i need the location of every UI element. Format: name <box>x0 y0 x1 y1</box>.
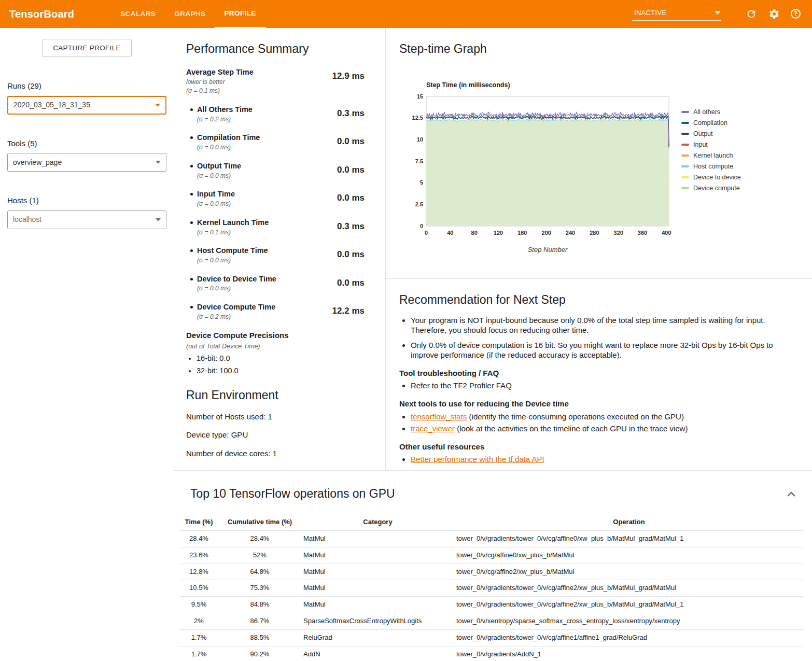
status-dropdown-value: INACTIVE <box>634 9 666 18</box>
table-cell: 10.5% <box>179 580 218 597</box>
status-dropdown[interactable]: INACTIVE <box>632 7 721 21</box>
precisions-subtitle: (out of Total Device Time) <box>186 342 365 350</box>
svg-text:7.5: 7.5 <box>415 158 423 164</box>
run-environment-line: Number of Hosts used: 1 <box>186 412 373 422</box>
precisions-list: 16-bit: 0.032-bit: 100.0 <box>186 354 365 373</box>
link-trace-viewer[interactable]: trace_viewer <box>411 424 455 433</box>
chart-x-axis-label: Step Number <box>426 246 669 255</box>
svg-text:12.5: 12.5 <box>412 115 423 121</box>
metric-sigma: (σ = 0.0 ms) <box>197 200 235 208</box>
recommendation-bullets: Your program is NOT input-bound because … <box>399 315 799 360</box>
metric-info: Average Step Timelower is better(σ = 0.1… <box>186 67 254 95</box>
legend-label: Compilation <box>693 119 727 127</box>
chevron-down-icon <box>155 104 160 107</box>
metric-label: Kernel Launch Time <box>197 218 269 228</box>
capture-profile-button[interactable]: CAPTURE PROFILE <box>42 39 132 57</box>
legend-swatch <box>681 144 689 146</box>
refresh-icon[interactable] <box>745 8 758 20</box>
metric-label: Host Compute Time <box>197 246 268 256</box>
table-row: 1.7%90.2%AddNtower_0/v/gradients/AddN_1 <box>179 646 804 661</box>
table-cell: tower_0/v/gradients/tower_0/v/cg/affine2… <box>454 597 804 613</box>
table-cell: tower_0/v/cg/affine0/xw_plus_b/MatMul <box>454 547 804 564</box>
table-cell: 64.8% <box>218 564 301 580</box>
metric-row: Device Compute Time(σ = 0.2 ms)12.2 ms <box>186 302 365 321</box>
summary-column: Performance Summary Average Step Timelow… <box>174 28 386 470</box>
recommendation-bullet: Your program is NOT input-bound because … <box>411 315 799 335</box>
hosts-select-value: localhost <box>13 215 41 224</box>
recommendation-item: tensorflow_stats (identify the time-cons… <box>411 412 799 421</box>
tab-profile[interactable]: PROFILE <box>215 0 265 28</box>
runs-select[interactable]: 2020_03_05_18_31_35 <box>7 96 166 115</box>
bullet-icon <box>190 249 193 252</box>
metric-label: Device to Device Time <box>197 274 276 284</box>
legend-swatch <box>681 187 689 189</box>
table-row: 28.4%28.4%MatMultower_0/v/gradients/towe… <box>179 530 804 547</box>
recommendation-subheading: Other useful resources <box>399 442 799 452</box>
metric-sigma: (σ = 0.0 ms) <box>197 257 268 265</box>
metric-label: Input Time <box>197 189 235 199</box>
tab-graphs[interactable]: GRAPHS <box>165 0 215 28</box>
metric-label: Output Time <box>197 161 241 171</box>
table-cell: tower_0/v/xentropy/sparse_softmax_cross_… <box>454 613 804 630</box>
device-compute-precisions: Device Compute Precisions (out of Total … <box>186 330 365 373</box>
svg-text:320: 320 <box>614 230 623 236</box>
svg-text:10: 10 <box>417 136 423 143</box>
runs-select-value: 2020_03_05_18_31_35 <box>13 100 90 109</box>
runs-label: Runs (29) <box>7 81 166 91</box>
legend-label: Input <box>693 140 708 149</box>
table-row: 2%86.7%SparseSoftmaxCrossEntropyWithLogi… <box>179 613 804 630</box>
table-cell: tower_0/v/gradients/tower_0/v/cg/affine2… <box>454 580 804 597</box>
svg-text:240: 240 <box>566 230 575 236</box>
recommendation-subheading: Tool troubleshooting / FAQ <box>399 368 799 378</box>
metric-value: 0.0 ms <box>337 164 365 180</box>
metric-value: 0.0 ms <box>337 136 365 151</box>
link-tensorflow-stats[interactable]: tensorflow_stats <box>411 412 467 421</box>
metric-value: 12.2 ms <box>332 305 365 321</box>
gear-icon[interactable] <box>768 8 780 20</box>
tab-scalars[interactable]: SCALARS <box>111 0 165 28</box>
collapse-icon[interactable] <box>787 491 795 497</box>
table-cell: tower_0/v/gradients/AddN_1 <box>454 646 804 661</box>
metric-row: Output Time(σ = 0.0 ms)0.0 ms <box>186 161 365 180</box>
main-content: Performance Summary Average Step Timelow… <box>174 28 812 661</box>
legend-item-compilation: Compilation <box>681 118 741 129</box>
legend-label: Output <box>693 130 713 138</box>
tools-label: Tools (5) <box>7 138 166 149</box>
table-cell: MatMul <box>301 547 454 564</box>
metric-row: Kernel Launch Time(σ = 0.1 ms)0.3 ms <box>186 218 365 236</box>
link-better-performance-with-the-tf-data-api[interactable]: Better performance with the tf.data API <box>411 455 544 463</box>
metric-sigma: (σ = 0.1 ms) <box>197 229 269 237</box>
metric-info: All Others Time(σ = 0.2 ms) <box>186 105 253 123</box>
hosts-select[interactable]: localhost <box>7 210 166 229</box>
step-time-graph-title: Step-time Graph <box>399 41 812 57</box>
metric-label: All Others Time <box>197 105 253 115</box>
metric-info: Input Time(σ = 0.0 ms) <box>186 189 235 208</box>
table-row: 1.7%88.5%ReluGradtower_0/v/gradients/tow… <box>179 630 804 646</box>
help-icon[interactable]: ? <box>791 9 801 19</box>
table-cell: 28.4% <box>218 530 301 547</box>
top-ops-table: Time (%)Cumulative time (%)CategoryOpera… <box>179 514 804 661</box>
metric-value: 0.3 ms <box>337 221 365 236</box>
column-header: Time (%) <box>179 514 218 530</box>
bullet-icon <box>190 108 193 111</box>
legend-swatch <box>681 122 689 124</box>
metric-label: Average Step Time <box>186 67 254 77</box>
table-cell: 12.8% <box>179 564 218 580</box>
table-cell: 1.7% <box>179 646 218 661</box>
recommendation-list: tensorflow_stats (identify the time-cons… <box>399 412 799 433</box>
recommendation-title: Recommendation for Next Step <box>399 279 799 308</box>
chevron-down-icon <box>156 161 161 164</box>
column-header: Operation <box>454 514 804 530</box>
legend-swatch <box>681 133 689 135</box>
table-cell: ReluGrad <box>301 630 454 646</box>
metric-value: 0.3 ms <box>337 108 365 123</box>
precision-item: 16-bit: 0.0 <box>197 354 365 363</box>
table-cell: tower_0/v/gradients/tower_0/v/cg/affine0… <box>454 530 804 547</box>
step-time-chart: 02.557.51012.515040801201602002402803203… <box>408 92 673 243</box>
table-cell: MatMul <box>301 564 454 580</box>
metric-info: Kernel Launch Time(σ = 0.1 ms) <box>186 218 269 236</box>
table-row: 9.5%84.8%MatMultower_0/v/gradients/tower… <box>179 597 804 613</box>
tools-select[interactable]: overview_page <box>7 153 166 172</box>
table-cell: 52% <box>218 547 301 564</box>
bullet-icon <box>190 165 193 167</box>
